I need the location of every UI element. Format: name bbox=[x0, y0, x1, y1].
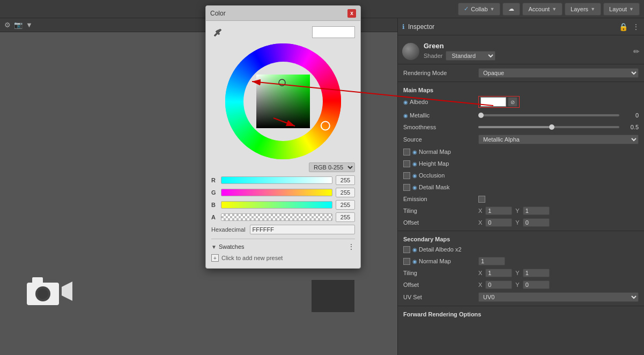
normal-map-dot-icon-2: ◉ bbox=[412, 258, 417, 264]
arrow-icon[interactable]: ▼ bbox=[26, 21, 33, 29]
detail-mask-checkbox[interactable] bbox=[403, 184, 410, 191]
account-arrow-icon: ▼ bbox=[552, 6, 557, 12]
hex-row: Hexadecimal bbox=[211, 225, 355, 234]
normal-map-checkbox[interactable] bbox=[403, 149, 410, 156]
collab-button[interactable]: ✓ Collab ▼ bbox=[458, 3, 500, 16]
cloud-button[interactable]: ☁ bbox=[502, 3, 520, 16]
rendering-mode-value: Opaque bbox=[478, 68, 639, 78]
rgb-mode-row: RGB 0-255 bbox=[211, 162, 355, 172]
albedo-eyedropper[interactable]: ⊘ bbox=[508, 97, 517, 107]
r-label: R bbox=[211, 177, 218, 183]
tiling-label-1: Tiling bbox=[403, 208, 478, 214]
albedo-color-swatch[interactable] bbox=[480, 97, 506, 107]
tiling-x-input-1[interactable] bbox=[485, 206, 512, 215]
inspector-header: ℹ Inspector 🔒 ⋮ bbox=[398, 18, 644, 35]
offset-xy-2: X Y bbox=[478, 280, 550, 289]
detail-mask-row: ◉ Detail Mask bbox=[398, 181, 644, 193]
layout-button[interactable]: Layout ▼ bbox=[603, 3, 640, 16]
height-map-dot-icon: ◉ bbox=[412, 161, 417, 167]
tiling-x-label-2: X bbox=[478, 270, 482, 276]
tiling-xy-1: X Y bbox=[478, 206, 550, 215]
add-preset-box[interactable]: + bbox=[211, 254, 219, 262]
albedo-dot-icon: ◉ bbox=[403, 99, 408, 105]
b-channel-row: B bbox=[211, 200, 355, 210]
normal-map-input-2[interactable] bbox=[478, 257, 505, 265]
material-sphere bbox=[402, 43, 419, 60]
cloud-icon: ☁ bbox=[508, 5, 514, 12]
smoothness-thumb[interactable] bbox=[549, 124, 554, 130]
smoothness-label: Smoothness bbox=[403, 124, 478, 130]
g-value-input[interactable] bbox=[336, 188, 355, 197]
swatches-add-preset[interactable]: + Click to add new preset bbox=[211, 253, 355, 263]
tiling-x-input-2[interactable] bbox=[485, 269, 512, 277]
info-icon: ℹ bbox=[402, 23, 405, 31]
divider-2 bbox=[398, 231, 644, 231]
color-dialog-body: RGB 0-255 R G B A bbox=[206, 21, 360, 268]
more-icon[interactable]: ⋮ bbox=[632, 23, 640, 31]
offset-value-2: X Y bbox=[478, 280, 639, 289]
account-button[interactable]: Account ▼ bbox=[522, 3, 562, 16]
rendering-mode-dropdown[interactable]: Opaque bbox=[478, 68, 639, 78]
tiling-y-input-1[interactable] bbox=[523, 206, 550, 215]
material-name: Green bbox=[424, 42, 629, 50]
offset-y-input-2[interactable] bbox=[523, 280, 550, 289]
layers-button[interactable]: Layers ▼ bbox=[565, 3, 601, 16]
layout-arrow-icon: ▼ bbox=[629, 6, 634, 12]
offset-x-input-2[interactable] bbox=[485, 280, 512, 289]
uv-set-dropdown[interactable]: UV0 bbox=[478, 292, 639, 302]
offset-y-input-1[interactable] bbox=[523, 218, 550, 227]
swatches-menu-icon[interactable]: ⋮ bbox=[347, 242, 355, 251]
r-slider-track[interactable] bbox=[221, 176, 332, 184]
occlusion-checkbox[interactable] bbox=[403, 172, 410, 179]
layers-arrow-icon: ▼ bbox=[590, 6, 595, 12]
metallic-thumb[interactable] bbox=[478, 113, 484, 118]
g-channel-row: G bbox=[211, 188, 355, 197]
shader-dropdown[interactable]: Standard bbox=[446, 51, 495, 61]
albedo-label: ◉ Albedo bbox=[403, 99, 478, 105]
secondary-maps-header: Secondary Maps bbox=[398, 233, 644, 243]
detail-mask-dot-icon: ◉ bbox=[412, 184, 417, 190]
rgb-mode-select[interactable]: RGB 0-255 bbox=[309, 162, 355, 172]
g-slider-track[interactable] bbox=[221, 189, 332, 196]
a-value-input[interactable] bbox=[336, 212, 355, 222]
camera-mode-icon[interactable]: 📷 bbox=[14, 21, 23, 29]
metallic-num: 0 bbox=[623, 112, 639, 119]
offset-y-label-1: Y bbox=[515, 219, 519, 226]
divider-1 bbox=[398, 82, 644, 82]
emission-checkbox[interactable] bbox=[478, 196, 485, 203]
smoothness-slider[interactable] bbox=[478, 126, 619, 128]
a-slider-track[interactable] bbox=[221, 213, 332, 221]
settings-icon[interactable]: ⚙ bbox=[4, 21, 11, 29]
forward-rendering-header: Forward Rendering Options bbox=[398, 308, 644, 319]
detail-albedo-checkbox[interactable] bbox=[403, 246, 410, 253]
collab-arrow-icon: ▼ bbox=[490, 6, 495, 12]
tiling-y-input-2[interactable] bbox=[523, 269, 550, 277]
offset-y-label-2: Y bbox=[515, 282, 519, 288]
metallic-slider[interactable] bbox=[478, 114, 619, 116]
offset-x-input-1[interactable] bbox=[485, 218, 512, 227]
offset-row-2: Offset X Y bbox=[398, 279, 644, 291]
tiling-value-1: X Y bbox=[478, 206, 639, 215]
color-wheel-canvas[interactable] bbox=[224, 42, 342, 160]
metallic-slider-row: 0 bbox=[478, 112, 639, 119]
emission-value bbox=[478, 196, 639, 203]
detail-mask-label: ◉ Detail Mask bbox=[403, 184, 478, 191]
source-dropdown[interactable]: Metallic Alpha bbox=[478, 135, 639, 144]
hex-input[interactable] bbox=[250, 225, 355, 234]
tiling-label-2: Tiling bbox=[403, 270, 478, 276]
divider-3 bbox=[398, 306, 644, 306]
edit-icon[interactable]: ✏ bbox=[633, 47, 640, 56]
r-value-input[interactable] bbox=[336, 175, 355, 185]
albedo-highlight: ⊘ bbox=[478, 96, 520, 108]
hex-label: Hexadecimal bbox=[211, 226, 246, 233]
metallic-row: ◉ Metallic 0 bbox=[398, 109, 644, 121]
eyedropper-tool[interactable] bbox=[211, 26, 224, 39]
b-value-input[interactable] bbox=[336, 200, 355, 210]
normal-map-checkbox-2[interactable] bbox=[403, 258, 410, 265]
color-wheel[interactable] bbox=[224, 42, 342, 160]
source-value: Metallic Alpha bbox=[478, 135, 639, 144]
color-dialog-close-button[interactable]: x bbox=[347, 9, 356, 18]
height-map-checkbox[interactable] bbox=[403, 160, 410, 167]
b-slider-track[interactable] bbox=[221, 201, 332, 209]
smoothness-slider-row: 0.5 bbox=[478, 124, 639, 130]
